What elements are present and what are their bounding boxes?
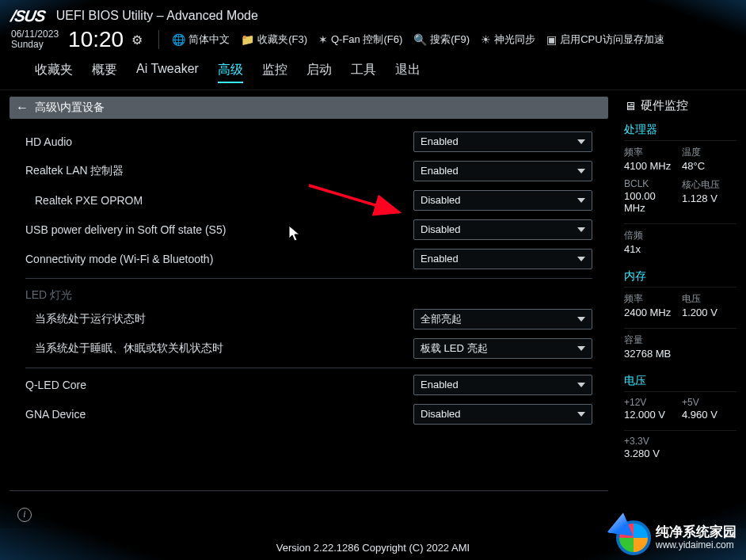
setting-led-running: 当系统处于运行状态时 全部亮起 xyxy=(25,304,592,333)
tab-exit[interactable]: 退出 xyxy=(395,62,421,83)
setting-label: Q-LED Core xyxy=(25,379,413,391)
toolbar-search[interactable]: 🔍 搜索(F9) xyxy=(410,31,473,48)
tab-favorites[interactable]: 收藏夹 xyxy=(35,62,73,83)
setting-select-connectivity[interactable]: Enabled xyxy=(413,249,592,269)
group-header-led: LED 灯光 xyxy=(25,280,592,304)
setting-label: GNA Device xyxy=(25,408,413,421)
toolbar-qfan[interactable]: ✶ Q-Fan 控制(F6) xyxy=(315,31,405,48)
settings-list: HD Audio Enabled Realtek LAN 控制器 Enabled… xyxy=(10,119,608,429)
tab-bar: 收藏夹 概要 Ai Tweaker 高级 监控 启动 工具 退出 xyxy=(0,57,746,90)
setting-label: Realtek LAN 控制器 xyxy=(25,164,413,178)
mem-volt-label: 电压 xyxy=(682,292,736,306)
toolbar-search-label: 搜索(F9) xyxy=(430,32,470,47)
setting-gna: GNA Device Disabled xyxy=(25,399,592,429)
setting-select-led-sleep[interactable]: 板载 LED 亮起 xyxy=(413,338,592,359)
separator xyxy=(25,368,592,368)
sidebar-title-text: 硬件监控 xyxy=(641,98,688,113)
bclk-value: 100.00 MHz xyxy=(624,190,679,214)
setting-label: 当系统处于运行状态时 xyxy=(25,312,413,326)
v12-value: 12.000 V xyxy=(624,409,679,421)
setting-select-pxe-oprom[interactable]: Disabled xyxy=(413,190,592,211)
setting-label: Realtek PXE OPROM xyxy=(25,194,413,207)
clock-time: 10:20 xyxy=(68,27,124,52)
chevron-down-icon xyxy=(577,139,585,144)
mem-volt-value: 1.200 V xyxy=(682,307,736,318)
select-value: Enabled xyxy=(421,253,459,265)
separator xyxy=(25,278,592,279)
setting-connectivity: Connectivity mode (Wi-Fi & Bluetooth) En… xyxy=(25,244,592,273)
divider xyxy=(158,30,159,49)
tab-boot[interactable]: 启动 xyxy=(306,62,332,83)
header-bar: /SUS UEFI BIOS Utility – Advanced Mode xyxy=(0,0,746,27)
monitor-icon: 🖥 xyxy=(624,99,636,112)
cpu-temp-value: 48°C xyxy=(682,160,736,172)
sidebar-title: 🖥 硬件监控 xyxy=(624,98,736,113)
setting-select-hd-audio[interactable]: Enabled xyxy=(413,131,592,152)
select-value: Disabled xyxy=(421,223,461,235)
v33-label: +3.3V xyxy=(624,436,679,447)
tab-advanced[interactable]: 高级 xyxy=(218,62,243,83)
v12-label: +12V xyxy=(624,397,679,408)
hardware-monitor-panel: 🖥 硬件监控 处理器 频率4100 MHz 温度48°C BCLK100.00 … xyxy=(615,90,746,538)
setting-label: Connectivity mode (Wi-Fi & Bluetooth) xyxy=(25,253,413,265)
app-title: UEFI BIOS Utility – Advanced Mode xyxy=(56,9,258,23)
toolbar-aura-sync[interactable]: ☀ 神光同步 xyxy=(478,31,539,48)
ratio-label: 倍频 xyxy=(624,229,679,242)
chevron-down-icon xyxy=(577,257,585,261)
select-value: Enabled xyxy=(421,135,459,147)
search-icon: 🔍 xyxy=(413,33,427,46)
setting-label: 当系统处于睡眠、休眠或软关机状态时 xyxy=(25,341,413,356)
toolbar-favorites[interactable]: 📁 收藏夹(F3) xyxy=(238,31,310,48)
chevron-down-icon xyxy=(577,412,585,417)
chip-icon: ▣ xyxy=(546,33,557,46)
back-arrow-icon[interactable]: ← xyxy=(16,101,29,115)
tab-monitor[interactable]: 监控 xyxy=(262,62,287,83)
tab-tool[interactable]: 工具 xyxy=(351,62,376,83)
sidebar-section-mem: 内存 xyxy=(624,269,736,288)
toolbar-resize-bar[interactable]: ▣ 启用CPU访问显存加速 xyxy=(543,31,667,48)
chevron-down-icon xyxy=(577,169,585,173)
vcore-label: 核心电压 xyxy=(682,178,736,192)
watermark-url: www.yidaimei.com xyxy=(656,540,736,550)
setting-led-sleep: 当系统处于睡眠、休眠或软关机状态时 板载 LED 亮起 xyxy=(25,333,592,363)
watermark-title: 纯净系统家园 xyxy=(656,525,736,540)
cpu-freq-value: 4100 MHz xyxy=(624,160,679,172)
setting-usb-s5: USB power delivery in Soft Off state (S5… xyxy=(25,215,592,244)
folder-icon: 📁 xyxy=(241,33,254,46)
chevron-down-icon xyxy=(577,383,585,387)
chevron-down-icon xyxy=(577,317,585,322)
vcore-value: 1.128 V xyxy=(682,192,736,204)
ratio-value: 41x xyxy=(624,243,679,255)
setting-select-gna[interactable]: Disabled xyxy=(413,404,592,425)
toolbar-language-label: 简体中文 xyxy=(188,32,230,47)
mem-freq-label: 频率 xyxy=(624,292,679,306)
bclk-label: BCLK xyxy=(624,178,679,189)
chevron-down-icon xyxy=(577,198,585,203)
tab-summary[interactable]: 概要 xyxy=(92,62,117,83)
toolbar-language[interactable]: 🌐 简体中文 xyxy=(169,31,233,48)
brand-logo: /SUS xyxy=(10,7,47,25)
setting-select-realtek-lan[interactable]: Enabled xyxy=(413,161,592,181)
setting-realtek-lan: Realtek LAN 控制器 Enabled xyxy=(25,156,592,185)
gear-icon[interactable]: ⚙ xyxy=(131,32,143,48)
tab-ai-tweaker[interactable]: Ai Tweaker xyxy=(136,62,199,83)
content-pane: ← 高级\内置设备 HD Audio Enabled Realtek LAN 控… xyxy=(0,90,615,538)
sidebar-section-volt: 电压 xyxy=(624,374,736,392)
cpu-temp-label: 温度 xyxy=(682,146,736,159)
setting-label: USB power delivery in Soft Off state (S5… xyxy=(25,223,413,236)
v5-value: 4.960 V xyxy=(682,409,736,421)
setting-pxe-oprom: Realtek PXE OPROM Disabled xyxy=(25,185,592,215)
cpu-freq-label: 频率 xyxy=(624,146,679,159)
setting-select-qled-core[interactable]: Enabled xyxy=(413,375,592,395)
fan-icon: ✶ xyxy=(318,33,328,46)
select-value: Disabled xyxy=(421,194,461,206)
watermark: 纯净系统家园 www.yidaimei.com xyxy=(616,520,736,555)
setting-label: HD Audio xyxy=(25,135,413,148)
setting-select-led-running[interactable]: 全部亮起 xyxy=(413,309,592,330)
setting-select-usb-s5[interactable]: Disabled xyxy=(413,219,592,240)
sidebar-section-cpu: 处理器 xyxy=(624,123,736,141)
toolbar: 06/11/2023 Sunday 10:20 ⚙ 🌐 简体中文 📁 收藏夹(F… xyxy=(0,27,746,57)
select-value: Disabled xyxy=(421,408,461,420)
toolbar-resize-bar-label: 启用CPU访问显存加速 xyxy=(560,32,664,47)
v5-label: +5V xyxy=(682,397,736,408)
